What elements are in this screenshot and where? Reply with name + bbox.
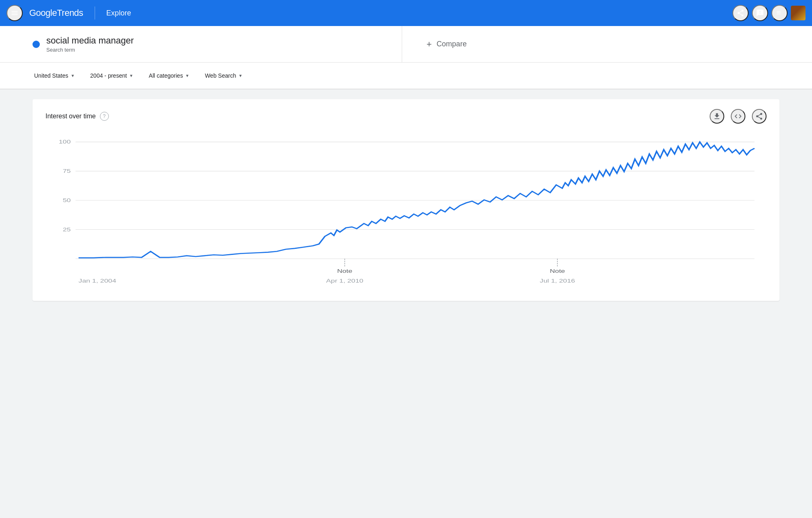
chart-card: Interest over time ? [32, 99, 780, 301]
svg-text:Note: Note [550, 268, 565, 274]
header: Google Trends Explore [0, 0, 812, 26]
search-term-text: social media manager [46, 35, 134, 46]
region-filter[interactable]: United States ▾ [32, 69, 76, 82]
svg-text:75: 75 [63, 168, 71, 174]
search-term-box: social media manager Search term [32, 26, 402, 62]
chart-svg: 100 75 50 25 Note Note Jan 1, 2004 Apr 1… [45, 133, 767, 288]
svg-text:Note: Note [337, 268, 352, 274]
time-arrow-icon: ▾ [130, 73, 132, 78]
chart-header: Interest over time ? [45, 109, 767, 124]
search-term-info: social media manager Search term [46, 35, 134, 53]
logo-trends: Trends [57, 8, 83, 18]
menu-button[interactable] [6, 5, 23, 21]
svg-text:Apr 1, 2010: Apr 1, 2010 [326, 278, 364, 284]
header-divider [95, 7, 95, 20]
svg-text:50: 50 [63, 197, 71, 203]
header-icons [732, 5, 806, 21]
search-term-dot [32, 41, 40, 48]
time-label: 2004 - present [90, 72, 127, 79]
help-icon[interactable]: ? [100, 112, 109, 121]
main-content: Interest over time ? [0, 89, 812, 311]
svg-text:Jan 1, 2004: Jan 1, 2004 [78, 278, 116, 284]
compare-label: Compare [437, 40, 467, 48]
download-button[interactable] [710, 109, 724, 124]
logo[interactable]: Google Trends [29, 8, 83, 18]
region-label: United States [34, 72, 68, 79]
compare-box[interactable]: + Compare [402, 26, 780, 62]
header-explore-label: Explore [106, 9, 131, 17]
avatar[interactable] [791, 6, 806, 20]
search-type-arrow-icon: ▾ [239, 73, 242, 78]
apps-button[interactable] [771, 5, 788, 21]
time-filter[interactable]: 2004 - present ▾ [89, 69, 134, 82]
category-arrow-icon: ▾ [186, 73, 188, 78]
svg-text:100: 100 [59, 139, 71, 145]
compare-plus-icon: + [427, 39, 432, 50]
share-button[interactable] [732, 5, 749, 21]
chart-actions [710, 109, 767, 124]
feedback-button[interactable] [752, 5, 768, 21]
search-type-filter[interactable]: Web Search ▾ [203, 69, 243, 82]
svg-text:25: 25 [63, 226, 71, 232]
search-section: social media manager Search term + Compa… [0, 26, 812, 63]
search-term-label: Search term [46, 47, 134, 53]
search-type-label: Web Search [205, 72, 236, 79]
logo-google: Google [29, 8, 57, 18]
chart-title: Interest over time [45, 113, 96, 120]
chart-area: 100 75 50 25 Note Note Jan 1, 2004 Apr 1… [45, 133, 767, 288]
share-chart-button[interactable] [752, 109, 767, 124]
embed-button[interactable] [731, 109, 745, 124]
category-filter[interactable]: All categories ▾ [147, 69, 190, 82]
filters-section: United States ▾ 2004 - present ▾ All cat… [0, 63, 812, 89]
help-symbol: ? [103, 113, 106, 119]
category-label: All categories [149, 72, 183, 79]
svg-text:Jul 1, 2016: Jul 1, 2016 [540, 278, 575, 284]
chart-title-area: Interest over time ? [45, 112, 109, 121]
region-arrow-icon: ▾ [71, 73, 74, 78]
